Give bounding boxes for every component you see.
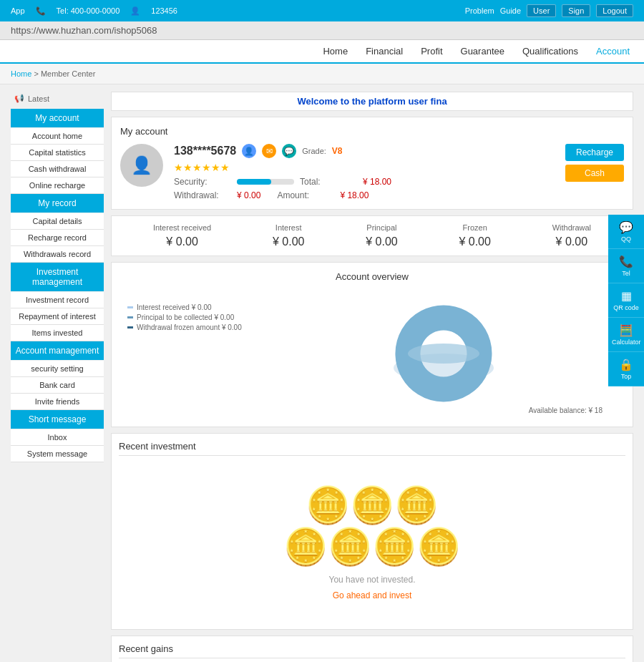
- grade-label: Grade:: [302, 147, 326, 155]
- nav-home[interactable]: Home: [323, 46, 348, 57]
- content-area: 📢 Latest My account Account home Capital…: [0, 84, 644, 662]
- toolbar-top[interactable]: 🔒 Top: [608, 352, 644, 386]
- cash-button[interactable]: Cash: [565, 165, 624, 182]
- logout-button[interactable]: Logout: [596, 4, 633, 17]
- recent-gains-card: Recent gains Date of Income Amount (yuan…: [111, 636, 633, 662]
- toolbar-qq[interactable]: 💬 QQ: [608, 215, 644, 249]
- empty-investment-state: 🪙🪙🪙🪙🪙🪙🪙 You have not invested. Go ahead …: [119, 463, 625, 622]
- toolbar-qq-label: QQ: [621, 235, 631, 243]
- stat-label-0: Interest received: [153, 223, 211, 232]
- nav-profit[interactable]: Profit: [421, 46, 442, 57]
- withdrawal-label: Withdrawal:: [174, 190, 231, 200]
- sidebar-item-repayment[interactable]: Repayment of interest: [11, 308, 104, 325]
- phone-label: Tel: 400-000-0000: [57, 6, 120, 15]
- empty-investment-text: You have not invested.: [140, 575, 604, 585]
- stat-value-3: ¥ 0.00: [459, 235, 490, 248]
- sidebar-item-capital-stats[interactable]: Capital statistics: [11, 145, 104, 161]
- calculator-icon: 🧮: [612, 323, 640, 337]
- sidebar-item-cash-withdrawal[interactable]: Cash withdrawal: [11, 161, 104, 177]
- stat-principal: Principal ¥ 0.00: [366, 223, 397, 248]
- sidebar-section-investment-mgmt[interactable]: Investment management: [11, 263, 104, 291]
- security-bar-container: [237, 179, 294, 185]
- sidebar-item-invite[interactable]: Invite friends: [11, 394, 104, 410]
- sidebar-item-security[interactable]: security setting: [11, 361, 104, 377]
- legend-item-2: Withdrawal frozen amount ¥ 0.00: [127, 323, 263, 331]
- svg-point-1: [408, 344, 479, 364]
- sidebar-item-items-invested[interactable]: Items invested: [11, 325, 104, 341]
- top-bar-right: Problem Guide User Sign Logout: [465, 4, 633, 17]
- sidebar-section-my-account[interactable]: My account: [11, 109, 104, 127]
- stars: ★★★★★★: [174, 162, 555, 173]
- sidebar-item-system-msg[interactable]: System message: [11, 446, 104, 462]
- sidebar-item-inbox[interactable]: Inbox: [11, 429, 104, 446]
- account-stats: Security: Total: ¥ 18.00 Withdrawal: ¥ 0…: [174, 177, 555, 200]
- total-label: Total:: [300, 177, 357, 187]
- sidebar-item-bank-card[interactable]: Bank card: [11, 377, 104, 394]
- guide-link[interactable]: Guide: [500, 6, 521, 15]
- recent-gains-title: Recent gains: [119, 643, 625, 658]
- toolbar-calculator[interactable]: 🧮 Calculator: [608, 318, 644, 352]
- donut-chart: [386, 296, 501, 411]
- chart-container: Interest received ¥ 0.00 Principal to be…: [120, 289, 624, 418]
- avatar: 👤: [120, 144, 163, 187]
- stat-label-3: Frozen: [459, 223, 490, 232]
- withdrawal-row: Withdrawal: ¥ 0.00 Amount: ¥ 18.00: [174, 190, 555, 200]
- sidebar-section-short-msg[interactable]: Short message: [11, 410, 104, 429]
- nav-guarantee[interactable]: Guarantee: [461, 46, 504, 57]
- legend-text-2: Withdrawal frozen amount ¥ 0.00: [137, 323, 242, 331]
- total-value: ¥ 18.00: [363, 177, 391, 187]
- sidebar-item-account-home[interactable]: Account home: [11, 128, 104, 145]
- tel-icon: 📞: [612, 255, 640, 268]
- amount-label: Amount:: [277, 190, 334, 200]
- account-actions: Recharge Cash: [565, 144, 624, 182]
- chart-title: Account overview: [120, 271, 624, 282]
- toolbar-top-label: Top: [621, 373, 632, 380]
- latest-label: Latest: [28, 94, 49, 103]
- sidebar-item-online-recharge[interactable]: Online recharge: [11, 177, 104, 194]
- stat-interest: Interest ¥ 0.00: [273, 223, 304, 248]
- sidebar-item-investment-record[interactable]: Investment record: [11, 292, 104, 308]
- mail-icon[interactable]: ✉: [262, 144, 276, 158]
- security-bar: [237, 179, 271, 185]
- legend-dot-1: [127, 316, 133, 318]
- sidebar-item-recharge-record[interactable]: Recharge record: [11, 230, 104, 246]
- sidebar-section-account-mgmt[interactable]: Account management: [11, 341, 104, 360]
- chat-icon[interactable]: 💬: [282, 144, 296, 158]
- right-toolbar: 💬 QQ 📞 Tel ▦ QR code 🧮 Calculator 🔒 Top: [608, 215, 644, 386]
- user-button[interactable]: User: [527, 4, 556, 17]
- nav-account[interactable]: Account: [596, 46, 630, 57]
- url-bar: https://www.huzhan.com/ishop5068: [0, 21, 644, 40]
- breadcrumb-home[interactable]: Home: [11, 69, 31, 78]
- sidebar-item-capital-details[interactable]: Capital details: [11, 213, 104, 230]
- toolbar-qr[interactable]: ▦ QR code: [608, 283, 644, 318]
- grade-value: V8: [332, 146, 343, 156]
- toolbar-calc-label: Calculator: [612, 339, 641, 346]
- nav-financial[interactable]: Financial: [366, 46, 403, 57]
- legend-text-0: Interest received ¥ 0.00: [137, 303, 212, 311]
- qq-icon: 💬: [612, 220, 640, 234]
- account-card-title: My account: [120, 126, 624, 137]
- legend-item-0: Interest received ¥ 0.00: [127, 303, 263, 311]
- profile-icon[interactable]: 👤: [242, 144, 256, 158]
- nav-qualifications[interactable]: Qualifications: [522, 46, 578, 57]
- app-label[interactable]: App: [11, 6, 25, 15]
- security-row: Security: Total: ¥ 18.00: [174, 177, 555, 187]
- problem-link[interactable]: Problem: [465, 6, 494, 15]
- donut-container: Available balance: ¥ 18: [263, 289, 624, 418]
- sidebar-section-my-record[interactable]: My record: [11, 194, 104, 213]
- stat-label-2: Principal: [366, 223, 397, 232]
- top-icon: 🔒: [612, 358, 640, 371]
- stats-row: Interest received ¥ 0.00 Interest ¥ 0.00…: [111, 215, 633, 256]
- top-bar-left: App 📞 Tel: 400-000-0000 👤 123456: [11, 6, 177, 16]
- stat-value-2: ¥ 0.00: [366, 235, 397, 248]
- go-invest-link[interactable]: Go ahead and invest: [333, 590, 412, 600]
- sidebar-item-withdrawals-record[interactable]: Withdrawals record: [11, 246, 104, 263]
- recharge-button[interactable]: Recharge: [565, 144, 624, 161]
- url-text: https://www.huzhan.com/ishop5068: [11, 25, 157, 36]
- account-card: My account 👤 138****5678 👤 ✉ 💬 Grade: V8…: [111, 117, 633, 210]
- recent-investment-title: Recent investment: [119, 441, 625, 456]
- sidebar-latest: 📢 Latest: [11, 92, 104, 105]
- stat-label-4: Withdrawal: [552, 223, 591, 232]
- toolbar-tel[interactable]: 📞 Tel: [608, 249, 644, 283]
- sign-button[interactable]: Sign: [562, 4, 590, 17]
